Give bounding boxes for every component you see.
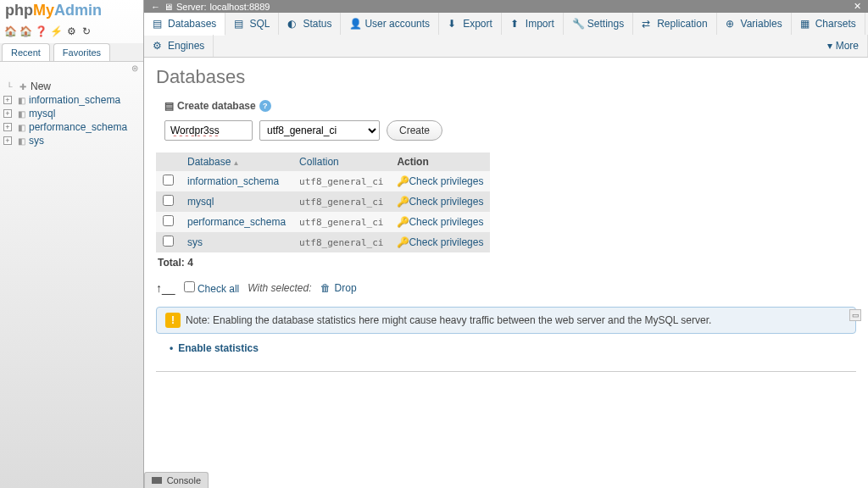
main: ← 🖥 Server: localhost:8889 ✕ ▤Databases … bbox=[144, 0, 868, 488]
enable-statistics-link[interactable]: • Enable statistics bbox=[170, 342, 856, 354]
tab-status[interactable]: ◐Status bbox=[279, 13, 341, 35]
tab-settings[interactable]: 🔧Settings bbox=[564, 13, 633, 35]
table-row: performance_schema utf8_general_ci 🔑Chec… bbox=[156, 212, 490, 232]
col-action: Action bbox=[390, 152, 490, 171]
breadcrumb-server-value[interactable]: localhost:8889 bbox=[209, 2, 270, 12]
tree-label: mysql bbox=[29, 108, 55, 119]
tree-item[interactable]: + ◧ sys bbox=[3, 134, 140, 147]
users-icon: 👤 bbox=[349, 18, 361, 30]
collation-select[interactable]: utf8_general_ci bbox=[259, 120, 380, 141]
col-collation[interactable]: Collation bbox=[292, 152, 390, 171]
tab-users[interactable]: 👤User accounts bbox=[341, 13, 439, 35]
tab-recent[interactable]: Recent bbox=[2, 43, 50, 61]
col-checkbox bbox=[156, 152, 181, 171]
tab-databases[interactable]: ▤Databases bbox=[144, 13, 225, 36]
tab-more[interactable]: ▾More bbox=[819, 35, 868, 57]
check-privileges-link[interactable]: Check privileges bbox=[409, 236, 483, 248]
col-database[interactable]: Database▲ bbox=[181, 152, 292, 171]
import-icon: ⬆ bbox=[510, 18, 522, 30]
tree-item[interactable]: + ◧ performance_schema bbox=[3, 120, 140, 134]
arrow-up-icon: ↑__ bbox=[156, 281, 175, 295]
drop-link[interactable]: 🗑Drop bbox=[320, 282, 357, 294]
logo-admin: Admin bbox=[54, 2, 102, 19]
tree-label: performance_schema bbox=[29, 121, 127, 133]
tree-label: information_schema bbox=[29, 94, 120, 106]
breadcrumb-back-icon[interactable]: ← bbox=[151, 2, 160, 12]
db-name-cell[interactable]: mysql bbox=[181, 191, 292, 212]
settings-icon[interactable]: ⚙ bbox=[64, 25, 78, 38]
expand-icon[interactable]: + bbox=[3, 109, 12, 118]
tab-export[interactable]: ⬇Export bbox=[439, 13, 502, 35]
total-row: Total: 4 bbox=[156, 252, 856, 273]
tab-import[interactable]: ⬆Import bbox=[502, 13, 564, 35]
databases-table: Database▲ Collation Action information_s… bbox=[156, 152, 490, 252]
db-name-cell[interactable]: sys bbox=[181, 232, 292, 252]
logo[interactable]: phpMyAdmin bbox=[0, 0, 143, 23]
replication-icon: ⇄ bbox=[642, 18, 654, 30]
sql-icon[interactable]: ⚡ bbox=[49, 25, 63, 38]
docs-icon[interactable]: ❓ bbox=[34, 25, 47, 38]
page-title: Databases bbox=[156, 66, 856, 88]
row-checkbox[interactable] bbox=[163, 236, 174, 247]
collapse-toggle-icon[interactable]: ⊜ bbox=[0, 62, 143, 75]
tab-replication[interactable]: ⇄Replication bbox=[633, 13, 716, 35]
reload-icon[interactable]: ↻ bbox=[80, 25, 93, 38]
check-all-checkbox[interactable] bbox=[184, 281, 195, 292]
status-icon: ◐ bbox=[287, 18, 299, 30]
help-icon[interactable]: ? bbox=[259, 100, 271, 112]
tab-engines[interactable]: ⚙Engines bbox=[144, 35, 214, 57]
tree-item[interactable]: + ◧ information_schema bbox=[3, 93, 140, 107]
expand-icon[interactable]: + bbox=[3, 136, 12, 145]
export-icon: ⬇ bbox=[448, 18, 459, 30]
row-checkbox[interactable] bbox=[163, 195, 174, 206]
console-label: Console bbox=[167, 475, 201, 485]
create-db-label: Create database bbox=[177, 100, 256, 112]
home-icon[interactable]: 🏠 bbox=[3, 25, 17, 38]
logo-my: My bbox=[33, 2, 54, 19]
table-row: mysql utf8_general_ci 🔑Check privileges bbox=[156, 191, 490, 212]
more-caret-icon: ▾ bbox=[827, 40, 832, 52]
with-selected-label: With selected: bbox=[248, 282, 311, 294]
tree-item[interactable]: + ◧ mysql bbox=[3, 107, 140, 120]
minimize-icon[interactable]: ▭ bbox=[849, 309, 861, 321]
bulk-actions: ↑__ Check all With selected: 🗑Drop bbox=[156, 281, 856, 295]
breadcrumb-server-label: Server: bbox=[176, 2, 206, 12]
wrench-icon: 🔧 bbox=[572, 18, 584, 30]
tab-sql[interactable]: ▤SQL bbox=[225, 13, 279, 35]
expand-icon[interactable]: + bbox=[3, 123, 12, 131]
db-icon: ◧ bbox=[15, 135, 27, 147]
tab-variables[interactable]: ⊕Variables bbox=[717, 13, 792, 35]
sql-icon: ▤ bbox=[234, 18, 246, 30]
create-database-section: ▤ Create database ? utf8_general_ci Crea… bbox=[164, 100, 856, 141]
warning-icon: ! bbox=[165, 313, 181, 328]
check-privileges-link[interactable]: Check privileges bbox=[409, 175, 483, 187]
check-privileges-link[interactable]: Check privileges bbox=[409, 216, 483, 228]
priv-icon: 🔑 bbox=[397, 196, 407, 204]
collation-cell: utf8_general_ci bbox=[292, 232, 390, 252]
console-toggle[interactable]: Console bbox=[144, 472, 209, 488]
db-name-input[interactable] bbox=[164, 120, 253, 141]
db-name-cell[interactable]: performance_schema bbox=[181, 212, 292, 232]
tab-favorites[interactable]: Favorites bbox=[53, 43, 110, 61]
charsets-icon: ▦ bbox=[800, 18, 812, 30]
note-box: ! Note: Enabling the database statistics… bbox=[156, 307, 856, 334]
check-all[interactable]: Check all bbox=[184, 281, 240, 295]
priv-icon: 🔑 bbox=[397, 175, 407, 184]
tree-new-label: New bbox=[31, 80, 51, 92]
tree-new[interactable]: └ ✚ New bbox=[3, 80, 140, 93]
priv-icon: 🔑 bbox=[397, 216, 407, 225]
check-privileges-link[interactable]: Check privileges bbox=[409, 196, 483, 208]
create-db-header: ▤ Create database ? bbox=[164, 100, 856, 112]
db-name-cell[interactable]: information_schema bbox=[181, 171, 292, 191]
row-checkbox[interactable] bbox=[163, 175, 174, 186]
row-checkbox[interactable] bbox=[163, 215, 174, 226]
logout-icon[interactable]: 🏠 bbox=[19, 25, 32, 38]
expand-icon[interactable]: + bbox=[3, 96, 12, 104]
create-button[interactable]: Create bbox=[387, 120, 442, 141]
bullet-icon: • bbox=[170, 342, 173, 354]
tab-charsets[interactable]: ▦Charsets bbox=[792, 13, 865, 35]
breadcrumb-close-icon[interactable]: ✕ bbox=[854, 1, 861, 12]
priv-icon: 🔑 bbox=[397, 236, 407, 245]
db-new-icon: ▤ bbox=[164, 100, 174, 112]
sort-asc-icon: ▲ bbox=[232, 159, 239, 167]
